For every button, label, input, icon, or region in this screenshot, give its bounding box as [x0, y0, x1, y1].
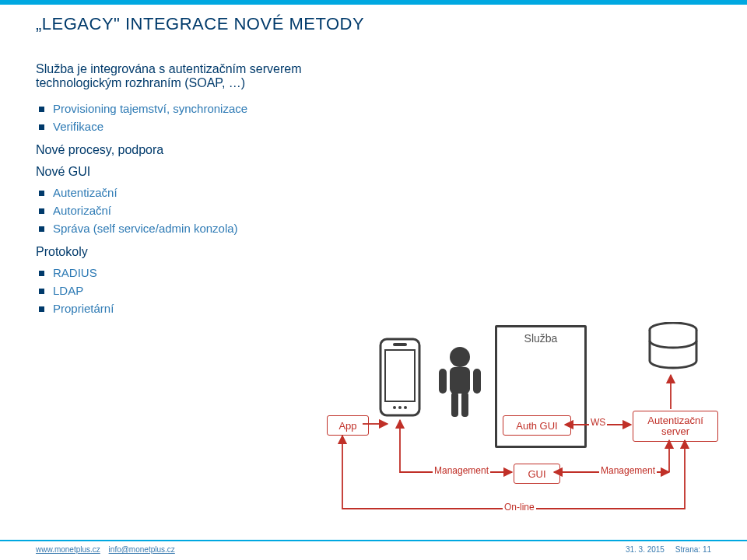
footer: www.monetplus.cz info@monetplus.cz 31. 3…	[0, 540, 747, 560]
footer-link-site[interactable]: www.monetplus.cz	[36, 545, 100, 554]
svg-line-18	[482, 389, 501, 417]
connector-label-management-left: Management	[433, 465, 490, 476]
service-container: Služba	[495, 325, 587, 448]
list-item: RADIUS	[36, 264, 370, 282]
list-item: Autorizační	[36, 201, 370, 219]
list-item: LDAP	[36, 282, 370, 299]
list-item: Autentizační	[36, 184, 370, 201]
page-title: „LEGACY" INTEGRACE NOVÉ METODY	[36, 14, 711, 34]
svg-point-5	[398, 406, 402, 409]
svg-rect-2	[385, 350, 415, 401]
list-item: Správa (self service/admin konzola)	[36, 219, 370, 237]
subheading: Nové GUI	[36, 165, 370, 179]
list-protocols: RADIUS LDAP Proprietární	[36, 264, 370, 317]
connector-label-ws: WS	[589, 417, 607, 428]
subheading: Protokoly	[36, 245, 370, 259]
list-integration: Provisioning tajemství, synchronizace Ve…	[36, 100, 370, 135]
list-item: Provisioning tajemství, synchronizace	[36, 100, 370, 117]
footer-page-label: Strana:	[675, 545, 700, 554]
list-item: Verifikace	[36, 117, 370, 135]
node-auth-server: Autentizačníserver	[633, 411, 718, 442]
person-icon	[434, 345, 486, 420]
svg-rect-11	[451, 392, 458, 417]
node-auth-gui: Auth GUI	[503, 415, 571, 436]
footer-page-number: 11	[703, 545, 711, 554]
svg-point-7	[450, 347, 470, 367]
svg-point-4	[393, 406, 396, 409]
footer-date: 31. 3. 2015	[626, 545, 665, 554]
footer-link-mail[interactable]: info@monetplus.cz	[109, 545, 175, 554]
list-item: Proprietární	[36, 299, 370, 317]
svg-point-6	[404, 406, 407, 409]
list-gui: Autentizační Autorizační Správa (self se…	[36, 184, 370, 237]
svg-rect-8	[450, 367, 470, 394]
intro-text: Služba je integrována s autentizačním se…	[36, 62, 370, 90]
connector-label-online: On-line	[503, 502, 536, 513]
node-app: App	[327, 415, 369, 436]
database-icon	[646, 322, 700, 373]
svg-rect-3	[393, 343, 407, 346]
svg-rect-1	[381, 339, 419, 415]
svg-point-0	[650, 323, 696, 337]
phone-icon	[377, 336, 423, 418]
subheading: Nové procesy, podpora	[36, 143, 370, 157]
svg-rect-12	[461, 392, 468, 417]
connector-label-management-right: Management	[599, 465, 657, 476]
node-gui: GUI	[514, 464, 560, 484]
svg-rect-10	[473, 369, 481, 394]
service-label: Služba	[497, 327, 584, 345]
svg-rect-9	[439, 369, 447, 394]
